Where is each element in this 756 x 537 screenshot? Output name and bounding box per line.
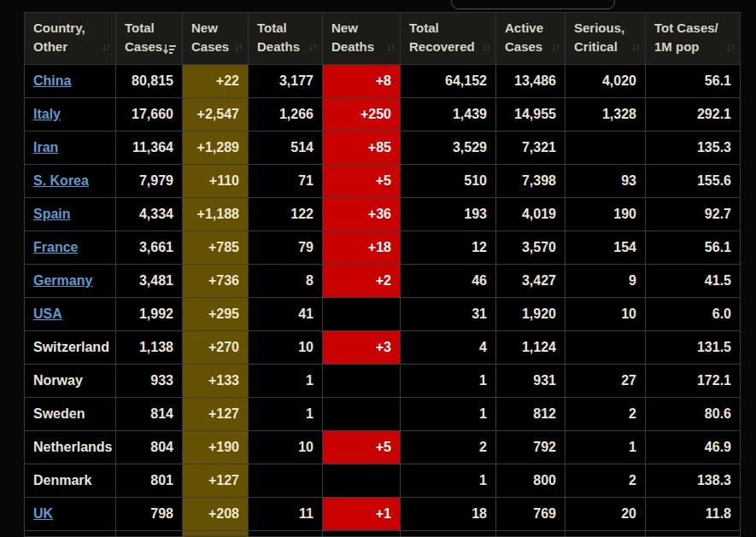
cell-serious-critical: 1,328 [566, 98, 646, 131]
header-label-line1: Active [505, 20, 543, 35]
country-link-china[interactable]: China [33, 73, 71, 88]
cell-cases-per-1m: 172.1 [646, 365, 741, 398]
cell-total-recovered: 3,529 [401, 131, 496, 165]
header-label-line2: Cases [125, 39, 162, 54]
cell-total-cases: 3,661 [116, 231, 183, 265]
header-label-line2: Deaths [331, 39, 374, 54]
cell-country[interactable]: China [25, 65, 116, 98]
cell-country[interactable]: France [25, 231, 116, 265]
cell-total-deaths: 1,266 [249, 98, 323, 131]
cell-new-cases: +127 [183, 464, 249, 498]
table-row-spain: Spain4,334+1,188122+361934,01919092.7 [25, 198, 741, 231]
sort-toggle-icon[interactable]: ↓↑ [308, 39, 316, 55]
cell-country[interactable]: Iran [25, 131, 116, 165]
cell-clipped [323, 531, 401, 537]
sort-toggle-icon[interactable]: ↓↑ [482, 39, 489, 55]
cell-total-recovered: 1 [401, 398, 496, 431]
cell-total-recovered: 46 [401, 265, 496, 298]
cell-serious-critical: 10 [566, 298, 646, 331]
table-row-partial-clipped [25, 531, 741, 537]
column-header-new-deaths[interactable]: NewDeaths↓↑ [323, 13, 401, 65]
cell-new-cases: +295 [183, 298, 249, 331]
cell-total-cases: 1,992 [116, 298, 183, 331]
country-link-usa[interactable]: USA [33, 306, 62, 321]
cell-country[interactable]: Germany [25, 265, 116, 298]
sort-toggle-icon[interactable]: ↓↑ [386, 39, 394, 55]
country-name-norway: Norway [33, 373, 83, 388]
cell-cases-per-1m: 135.3 [646, 131, 741, 165]
cell-country[interactable]: S. Korea [25, 165, 116, 198]
sort-descending-active-icon[interactable] [163, 44, 176, 55]
country-link-germany[interactable]: Germany [33, 273, 92, 288]
cell-active-cases: 1,920 [496, 298, 566, 331]
cell-new-deaths: +5 [323, 431, 401, 464]
cell-new-deaths [323, 464, 401, 498]
country-link-spain[interactable]: Spain [33, 207, 71, 221]
sort-toggle-icon[interactable]: ↓↑ [551, 39, 559, 55]
cell-clipped [566, 531, 646, 537]
cell-cases-per-1m: 92.7 [646, 198, 741, 231]
cell-country[interactable]: UK [25, 498, 116, 531]
sort-toggle-icon[interactable]: ↓↑ [726, 39, 734, 55]
cell-active-cases: 3,570 [496, 231, 566, 265]
cell-country: Norway [25, 365, 116, 398]
cell-active-cases: 792 [496, 431, 566, 464]
cell-new-deaths: +85 [323, 131, 401, 165]
cell-new-deaths [323, 365, 401, 398]
column-header-tot-cases-1m-pop[interactable]: Tot Cases/1M pop↓↑ [646, 13, 741, 65]
cell-clipped [183, 531, 249, 537]
cell-total-cases: 1,138 [116, 331, 183, 365]
column-header-new-cases[interactable]: NewCases↓↑ [183, 13, 249, 65]
cell-new-cases: +190 [183, 431, 249, 464]
cell-cases-per-1m: 56.1 [646, 65, 741, 98]
cell-total-deaths: 1 [249, 365, 323, 398]
sort-toggle-icon[interactable]: ↓↑ [234, 39, 242, 55]
sort-toggle-icon[interactable]: ↓↑ [631, 39, 639, 55]
cell-total-cases: 7,979 [116, 165, 183, 198]
header-label-line2: Critical [574, 39, 618, 54]
cell-new-cases: +22 [183, 65, 249, 98]
cell-total-cases: 11,364 [116, 131, 183, 165]
column-header-total-recovered[interactable]: TotalRecovered↓↑ [401, 13, 496, 65]
cell-active-cases: 4,019 [496, 198, 566, 231]
header-label-line1: New [331, 20, 358, 35]
cell-total-recovered: 1 [401, 464, 496, 498]
cell-new-deaths [323, 298, 401, 331]
cell-country[interactable]: Spain [25, 198, 116, 231]
cell-total-recovered: 31 [401, 298, 496, 331]
header-label-line1: Country, [33, 20, 85, 35]
column-header-serious-critical[interactable]: Serious,Critical↓↑ [566, 13, 646, 65]
cell-new-deaths: +1 [323, 498, 401, 531]
cell-total-recovered: 510 [401, 165, 496, 198]
cell-total-deaths: 10 [249, 431, 323, 464]
table-row-uk: UK798+20811+1187692011.8 [25, 498, 741, 531]
cell-new-deaths: +5 [323, 165, 401, 198]
column-header-active-cases[interactable]: ActiveCases↓↑ [496, 13, 566, 65]
cell-country[interactable]: Italy [25, 98, 116, 131]
cell-total-deaths: 1 [249, 398, 323, 431]
cell-new-deaths [323, 398, 401, 431]
country-link-uk[interactable]: UK [33, 506, 53, 521]
header-label-line1: Total [125, 20, 155, 35]
cell-total-recovered: 64,152 [401, 65, 496, 98]
table-row-norway: Norway933+1331193127172.1 [25, 365, 741, 398]
cell-serious-critical: 1 [566, 431, 646, 464]
cell-total-deaths: 79 [249, 231, 323, 265]
header-label-line1: Serious, [574, 20, 624, 35]
column-header-country-other[interactable]: Country,Other↓↑ [25, 13, 116, 65]
cell-clipped [646, 531, 741, 537]
cell-country[interactable]: USA [25, 298, 116, 331]
cell-serious-critical: 93 [566, 165, 646, 198]
column-header-total-deaths[interactable]: TotalDeaths↓↑ [249, 13, 323, 65]
cell-cases-per-1m: 11.8 [646, 498, 741, 531]
cell-new-cases: +208 [183, 498, 249, 531]
table-row-usa: USA1,992+29541311,920106.0 [25, 298, 741, 331]
country-link-iran[interactable]: Iran [33, 140, 58, 155]
country-link-s-korea[interactable]: S. Korea [33, 173, 89, 188]
column-header-total-cases[interactable]: TotalCases [116, 13, 183, 65]
country-link-france[interactable]: France [33, 240, 78, 254]
country-link-italy[interactable]: Italy [33, 107, 61, 121]
cell-new-deaths: +36 [323, 198, 401, 231]
cell-new-cases: +736 [183, 265, 249, 298]
sort-toggle-icon[interactable]: ↓↑ [102, 39, 109, 55]
